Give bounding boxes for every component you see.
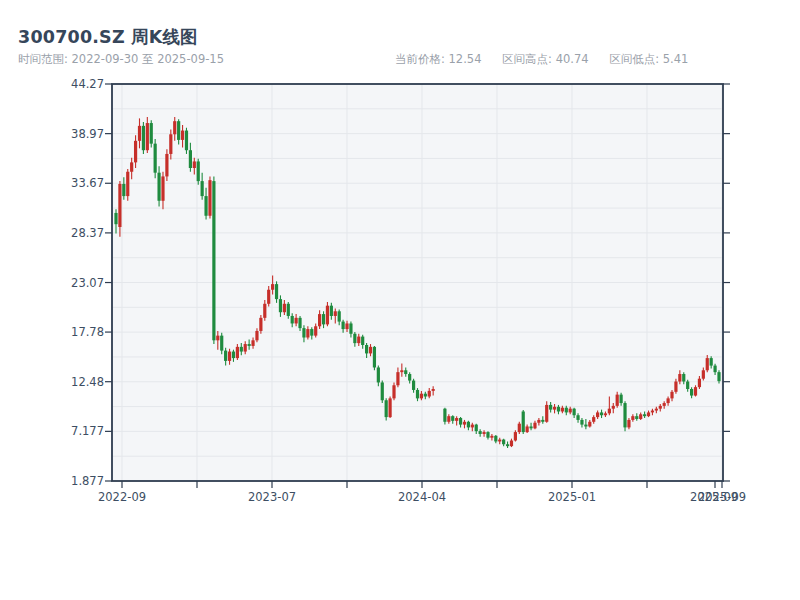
candle-body bbox=[592, 417, 595, 422]
candle-body bbox=[255, 331, 258, 340]
candle-body bbox=[604, 413, 607, 415]
candle-body bbox=[490, 436, 493, 438]
candle-body bbox=[713, 366, 716, 373]
candle-body bbox=[408, 374, 411, 381]
candle-body bbox=[365, 345, 368, 353]
y-tick-label: 33.67 bbox=[71, 176, 104, 190]
candle-body bbox=[169, 134, 172, 154]
candle-body bbox=[565, 408, 568, 413]
candle-body bbox=[263, 304, 266, 318]
candle-body bbox=[674, 382, 677, 392]
candle-body bbox=[224, 351, 227, 361]
candle-body bbox=[608, 409, 611, 414]
candle-body bbox=[502, 440, 505, 445]
y-tick-label: 44.27 bbox=[71, 77, 104, 91]
candle-body bbox=[549, 405, 552, 410]
candle-body bbox=[342, 322, 345, 329]
candle-body bbox=[706, 358, 709, 370]
candle-body bbox=[643, 414, 646, 416]
candle-body bbox=[302, 328, 305, 337]
candle-body bbox=[686, 382, 689, 389]
candle-body bbox=[177, 121, 180, 140]
candle-body bbox=[385, 400, 388, 417]
candle-body bbox=[267, 290, 270, 304]
candle-body bbox=[498, 440, 501, 442]
candle-body bbox=[471, 425, 474, 428]
candle-body bbox=[545, 405, 548, 422]
candle-body bbox=[522, 411, 525, 432]
candle-body bbox=[130, 162, 133, 171]
candle-body bbox=[612, 406, 615, 409]
candle-body bbox=[361, 337, 364, 345]
candle-body bbox=[287, 304, 290, 316]
candle-body bbox=[400, 370, 403, 372]
candle-body bbox=[173, 121, 176, 134]
candle-body bbox=[310, 329, 313, 336]
candle-body bbox=[651, 411, 654, 413]
candle-body bbox=[663, 403, 666, 406]
candle-body bbox=[381, 382, 384, 400]
y-tick-label: 7.177 bbox=[71, 424, 104, 438]
candle-body bbox=[318, 314, 321, 326]
candle-body bbox=[486, 432, 489, 438]
candle-body bbox=[670, 392, 673, 399]
candle-body bbox=[420, 394, 423, 399]
candle-body bbox=[561, 408, 564, 412]
candle-body bbox=[494, 436, 497, 442]
candle-body bbox=[627, 420, 630, 427]
candle-body bbox=[349, 323, 352, 333]
x-tick-label: 2023-07 bbox=[248, 490, 296, 504]
candle-body bbox=[475, 425, 478, 432]
candle-body bbox=[698, 379, 701, 387]
candle-body bbox=[197, 161, 200, 181]
candle-body bbox=[291, 316, 294, 323]
candle-body bbox=[251, 340, 254, 346]
y-tick-label: 28.37 bbox=[71, 226, 104, 240]
candle-body bbox=[275, 284, 278, 299]
candle-body bbox=[557, 407, 560, 412]
candle-body bbox=[357, 337, 360, 344]
candle-body bbox=[185, 131, 188, 151]
candle-body bbox=[588, 422, 591, 427]
candle-body bbox=[216, 336, 219, 341]
candle-body bbox=[451, 416, 454, 421]
candle-body bbox=[428, 391, 431, 397]
candle-body bbox=[118, 184, 121, 227]
x-tick-label: 2024-04 bbox=[398, 490, 446, 504]
candle-body bbox=[447, 416, 450, 422]
candle-body bbox=[514, 432, 517, 440]
candle-body bbox=[678, 374, 681, 381]
candle-body bbox=[432, 389, 435, 391]
candle-body bbox=[248, 344, 251, 346]
candle-body bbox=[616, 395, 619, 406]
candle-body bbox=[208, 180, 211, 216]
candle-body bbox=[146, 123, 149, 150]
candle-body bbox=[232, 352, 235, 359]
candle-body bbox=[659, 406, 662, 409]
candle-body bbox=[463, 422, 466, 425]
candle-body bbox=[240, 347, 243, 352]
candle-body bbox=[506, 444, 509, 446]
candle-body bbox=[161, 176, 164, 200]
candle-body bbox=[647, 412, 650, 416]
candle-body bbox=[596, 412, 599, 417]
y-tick-label: 1.877 bbox=[71, 474, 104, 488]
candle-body bbox=[189, 150, 192, 168]
candle-body bbox=[134, 141, 137, 163]
candle-body bbox=[541, 420, 544, 422]
candle-body bbox=[443, 409, 446, 422]
kline-chart: 44.2738.9733.6728.3723.0717.7812.487.177… bbox=[0, 0, 800, 600]
candle-body bbox=[553, 407, 556, 410]
candle-body bbox=[404, 370, 407, 374]
candle-body bbox=[639, 414, 642, 419]
candle-body bbox=[682, 374, 685, 381]
candle-body bbox=[424, 394, 427, 397]
candle-body bbox=[150, 123, 153, 144]
candle-body bbox=[154, 144, 157, 173]
candle-body bbox=[338, 311, 341, 321]
candle-body bbox=[220, 336, 223, 351]
candle-body bbox=[690, 389, 693, 396]
candle-body bbox=[165, 154, 168, 176]
candle-body bbox=[694, 387, 697, 395]
candle-body bbox=[279, 299, 282, 312]
